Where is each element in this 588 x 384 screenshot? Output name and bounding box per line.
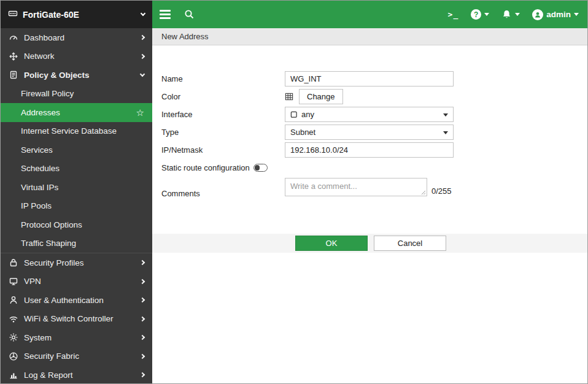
ip-netmask-label: IP/Netmask [161, 145, 285, 155]
cancel-button[interactable]: Cancel [374, 236, 446, 251]
caret-down-icon [515, 13, 520, 16]
notifications-menu[interactable] [501, 9, 520, 20]
user-icon [8, 295, 18, 305]
sidebar-item-label: Security Profiles [24, 258, 84, 267]
sidebar-item-traffic-shaping[interactable]: Traffic Shaping [1, 234, 152, 253]
sidebar-item-virtual-ips[interactable]: Virtual IPs [1, 178, 152, 197]
breadcrumb: New Address [152, 28, 587, 45]
sidebar-item-security-profiles[interactable]: Security Profiles [1, 253, 152, 272]
interface-row: Interface any [161, 107, 587, 122]
chevron-right-icon [140, 317, 145, 321]
type-label: Type [161, 128, 285, 137]
sidebar-subitem-label: Addresses [21, 108, 60, 117]
sidebar-item-firewall-policy[interactable]: Firewall Policy [1, 85, 152, 104]
sidebar-item-system[interactable]: System [1, 328, 152, 347]
sidebar-item-addresses[interactable]: Addresses ☆ [1, 103, 152, 122]
sidebar-item-wifi-switch-controller[interactable]: WiFi & Switch Controller [1, 310, 152, 329]
ip-netmask-row: IP/Netmask [161, 142, 587, 158]
gear-icon [8, 332, 18, 343]
bell-icon [501, 9, 512, 20]
chevron-right-icon [140, 279, 145, 284]
sidebar-item-label: Dashboard [24, 33, 64, 42]
interface-any-icon [290, 111, 298, 118]
chevron-right-icon [140, 335, 145, 340]
static-route-row: Static route configuration [161, 160, 587, 175]
name-input[interactable] [285, 71, 454, 86]
fabric-icon [8, 351, 18, 361]
sidebar-item-security-fabric[interactable]: Security Fabric [1, 347, 152, 366]
cli-console-icon[interactable]: >_ [448, 10, 459, 19]
content: Name Color Change Interface any [152, 45, 587, 383]
ok-button[interactable]: OK [295, 236, 368, 251]
lock-icon [8, 258, 18, 268]
name-label: Name [161, 74, 285, 83]
interface-select[interactable]: any [285, 107, 454, 122]
sidebar-item-ip-pools[interactable]: IP Pools [1, 197, 152, 216]
sidebar-item-label: Security Fabric [24, 351, 79, 361]
sidebar-item-policy-objects[interactable]: Policy & Objects [1, 66, 152, 85]
type-row: Type Subnet [161, 125, 587, 140]
sidebar-item-dashboard[interactable]: Dashboard [1, 28, 152, 47]
sidebar-item-services[interactable]: Services [1, 140, 152, 159]
sidebar-item-vpn[interactable]: VPN [1, 272, 152, 291]
toggle-knob [255, 165, 260, 171]
sidebar-subitem-label: Protocol Options [21, 220, 82, 229]
monitor-icon [8, 276, 18, 286]
page-title: New Address [161, 32, 209, 41]
type-select[interactable]: Subnet [285, 125, 454, 140]
change-color-button[interactable]: Change [299, 89, 343, 104]
topbar-right: >_ ? admin [448, 9, 579, 20]
type-value: Subnet [290, 128, 315, 137]
form-action-bar: OK Cancel [152, 234, 587, 253]
policy-objects-icon [8, 70, 18, 80]
color-swatch-icon [285, 92, 294, 101]
wifi-icon [8, 313, 18, 324]
caret-down-icon [443, 113, 448, 117]
chevron-right-icon [140, 260, 145, 265]
device-name: FortiGate-60E [23, 10, 79, 20]
sidebar-item-label: System [24, 333, 52, 342]
sidebar-subitem-label: IP Pools [21, 201, 52, 210]
sidebar-item-log-report[interactable]: Log & Report [1, 366, 152, 383]
admin-menu[interactable]: admin [532, 9, 579, 20]
search-icon[interactable] [184, 9, 195, 20]
ip-netmask-input[interactable] [285, 142, 454, 158]
main-area: >_ ? admin [152, 1, 587, 383]
static-route-label: Static route configuration [161, 163, 250, 172]
sidebar-item-label: Policy & Objects [24, 71, 90, 80]
sidebar-item-label: Network [24, 52, 55, 61]
comments-textarea[interactable] [285, 178, 427, 196]
interface-value: any [301, 110, 314, 119]
fortigate-window: FortiGate-60E Dashboard Network Policy &… [0, 0, 588, 384]
interface-label: Interface [161, 110, 285, 119]
comments-field-wrap [285, 178, 427, 198]
sidebar-item-user-authentication[interactable]: User & Authentication [1, 291, 152, 310]
color-label: Color [161, 92, 285, 101]
bar-chart-icon [8, 370, 18, 380]
sidebar-item-internet-service-database[interactable]: Internet Service Database [1, 122, 152, 141]
sidebar-subitem-label: Firewall Policy [21, 89, 74, 98]
policy-objects-submenu: Firewall Policy Addresses ☆ Internet Ser… [1, 85, 152, 254]
sidebar-subitem-label: Traffic Shaping [21, 239, 76, 248]
admin-username: admin [546, 10, 571, 19]
favorite-star-icon[interactable]: ☆ [136, 108, 144, 117]
static-route-toggle[interactable] [253, 164, 268, 172]
chevron-down-icon [141, 11, 145, 16]
chevron-right-icon [140, 354, 145, 359]
menu-toggle-icon[interactable] [160, 10, 171, 19]
sidebar-item-protocol-options[interactable]: Protocol Options [1, 215, 152, 234]
sidebar-item-network[interactable]: Network [1, 47, 152, 66]
sidebar-item-label: Log & Report [24, 371, 73, 380]
sidebar: FortiGate-60E Dashboard Network Policy &… [1, 1, 152, 383]
sidebar-item-schedules[interactable]: Schedules [1, 159, 152, 179]
chevron-right-icon [140, 35, 145, 40]
help-icon: ? [471, 9, 481, 20]
device-selector[interactable]: FortiGate-60E [1, 1, 152, 28]
fortigate-logo-icon [8, 9, 18, 20]
new-address-form: Name Color Change Interface any [152, 45, 587, 201]
sidebar-subitem-label: Virtual IPs [21, 183, 58, 192]
name-row: Name [161, 71, 587, 86]
topbar-left [160, 9, 195, 20]
sidebar-nav: Dashboard Network Policy & Objects Firew… [1, 28, 152, 383]
help-menu[interactable]: ? [471, 9, 489, 20]
